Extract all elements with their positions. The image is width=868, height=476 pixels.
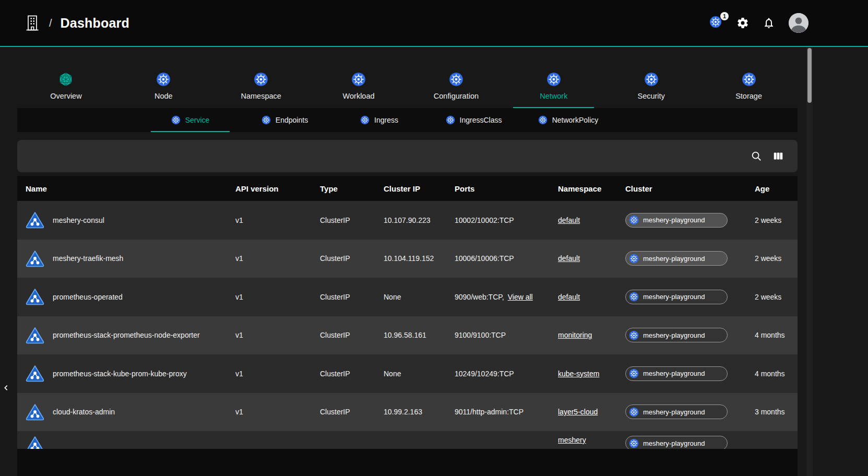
tab-label: Storage	[735, 92, 762, 100]
user-avatar[interactable]	[789, 13, 808, 33]
tab-network[interactable]: Network	[505, 68, 602, 108]
tab-label: Security	[637, 92, 664, 100]
table-row[interactable]: meshery-traefik-mesh v1 ClusterIP 10.104…	[17, 240, 798, 278]
table-row[interactable]: cloud-kratos-admin v1 ClusterIP 10.99.2.…	[17, 393, 798, 432]
cluster-chip[interactable]: meshery-playground	[625, 366, 728, 381]
kubernetes-icon	[629, 407, 639, 417]
type-cell: ClusterIP	[312, 201, 375, 240]
cluster-chip[interactable]: meshery-playground	[625, 251, 728, 266]
kubernetes-icon	[629, 438, 639, 448]
cluster-chip[interactable]: meshery-playground	[625, 290, 728, 304]
cluster-chip-label: meshery-playground	[643, 439, 705, 447]
tab-label: Workload	[343, 92, 375, 100]
namespace-link[interactable]: layer5-cloud	[558, 408, 598, 416]
tab-workload[interactable]: Workload	[310, 68, 408, 108]
cluster-cell: meshery-playground	[617, 278, 746, 316]
column-header-namespace[interactable]: Namespace	[550, 184, 617, 193]
type-cell: ClusterIP	[312, 393, 375, 432]
name-cell: prometheus-stack-kube-prom-kube-proxy	[17, 354, 227, 393]
vertical-scrollbar[interactable]	[806, 47, 813, 476]
column-header-type[interactable]: Type	[312, 184, 375, 193]
column-header-cluster[interactable]: Cluster	[617, 184, 746, 193]
subtab-ingress[interactable]: Ingress	[332, 108, 426, 132]
service-name: meshery-consul	[53, 216, 104, 224]
table-row[interactable]: prometheus-stack-prometheus-node-exporte…	[17, 316, 798, 355]
name-cell: meshery-traefik-mesh	[17, 240, 227, 278]
namespace-link[interactable]: kube-system	[558, 370, 599, 378]
tab-configuration[interactable]: Configuration	[408, 68, 505, 108]
ports-cell: 10002/10002:TCP	[446, 201, 550, 240]
kubernetes-icon	[254, 72, 268, 87]
table-row[interactable]: prometheus-operated v1 ClusterIP None 90…	[17, 278, 798, 316]
organization-building-icon[interactable]	[25, 15, 40, 31]
table-row[interactable]: prometheus-stack-kube-prom-kube-proxy v1…	[17, 354, 798, 393]
service-name: prometheus-stack-kube-prom-kube-proxy	[53, 370, 187, 378]
api-version-cell	[227, 431, 312, 449]
subtab-label: IngressClass	[460, 116, 502, 124]
name-cell: prometheus-operated	[17, 278, 227, 316]
tab-label: Network	[540, 92, 567, 100]
ports-cell: 10249/10249:TCP	[446, 354, 550, 393]
sidebar-expand-button[interactable]	[1, 380, 11, 395]
service-name: prometheus-stack-prometheus-node-exporte…	[53, 331, 200, 339]
namespace-cell: monitoring	[550, 316, 617, 355]
column-header-ports[interactable]: Ports	[446, 184, 550, 193]
tab-security[interactable]: Security	[602, 68, 700, 108]
column-header-api-version[interactable]: API version	[227, 184, 312, 193]
meshery-logo-icon	[58, 72, 73, 87]
ports-cell: 9100/9100:TCP	[446, 316, 550, 355]
api-version-cell: v1	[227, 278, 312, 316]
subtab-service[interactable]: Service	[143, 108, 237, 132]
table-row[interactable]: meshery-consul v1 ClusterIP 10.107.90.22…	[17, 201, 798, 240]
cluster-chip[interactable]: meshery-playground	[625, 213, 728, 228]
subtab-label: NetworkPolicy	[552, 116, 599, 124]
namespace-cell: meshery	[550, 431, 617, 449]
bell-icon	[763, 17, 775, 29]
kubernetes-icon	[629, 330, 639, 340]
column-header-name[interactable]: Name	[17, 184, 227, 193]
cluster-ip-cell: 10.104.119.152	[375, 240, 446, 278]
type-cell: ClusterIP	[312, 278, 375, 316]
namespace-link[interactable]: default	[558, 254, 580, 263]
view-all-link[interactable]: View all	[508, 293, 533, 301]
kubernetes-icon	[629, 292, 639, 302]
scrollbar-thumb[interactable]	[807, 48, 812, 103]
namespace-link[interactable]: meshery	[558, 436, 586, 444]
settings-button[interactable]	[734, 15, 751, 31]
type-cell: ClusterIP	[312, 354, 375, 393]
namespace-link[interactable]: default	[558, 293, 580, 301]
ports-value: 10006/10006:TCP	[455, 254, 514, 263]
cluster-chip-label: meshery-playground	[643, 370, 705, 377]
tab-namespace[interactable]: Namespace	[212, 68, 310, 108]
cluster-chip[interactable]: meshery-playground	[625, 328, 728, 342]
column-header-age[interactable]: Age	[746, 184, 798, 193]
subtab-networkpolicy[interactable]: NetworkPolicy	[521, 108, 615, 132]
kubernetes-icon	[629, 368, 639, 378]
namespace-link[interactable]: monitoring	[558, 331, 592, 339]
notifications-button[interactable]	[760, 15, 777, 31]
namespace-link[interactable]: default	[558, 216, 580, 224]
subtab-ingressclass[interactable]: IngressClass	[426, 108, 521, 132]
column-view-icon[interactable]	[772, 150, 784, 162]
table-row[interactable]: meshery meshery-playground	[17, 431, 798, 449]
kubernetes-context-button[interactable]: 1	[708, 15, 725, 31]
table-header-row: Name API version Type Cluster IP Ports N…	[17, 176, 798, 201]
cluster-chip[interactable]: meshery-playground	[625, 404, 728, 419]
namespace-cell: layer5-cloud	[550, 393, 617, 432]
cluster-ip-cell	[375, 431, 446, 449]
search-icon[interactable]	[751, 150, 762, 162]
subtab-endpoints[interactable]: Endpoints	[237, 108, 332, 132]
service-resource-icon	[26, 403, 44, 421]
ports-value: 9090/web:TCP,	[455, 293, 504, 301]
age-cell: 2 weeks	[746, 240, 798, 278]
context-count-badge: 1	[720, 12, 729, 20]
tab-storage[interactable]: Storage	[700, 68, 798, 108]
tab-overview[interactable]: Overview	[17, 68, 115, 108]
kubernetes-icon	[171, 115, 181, 125]
cluster-cell: meshery-playground	[617, 316, 746, 355]
breadcrumb-separator: /	[49, 17, 52, 29]
cluster-chip[interactable]: meshery-playground	[625, 436, 728, 449]
column-header-cluster-ip[interactable]: Cluster IP	[375, 184, 446, 193]
api-version-cell: v1	[227, 316, 312, 355]
tab-node[interactable]: Node	[115, 68, 212, 108]
